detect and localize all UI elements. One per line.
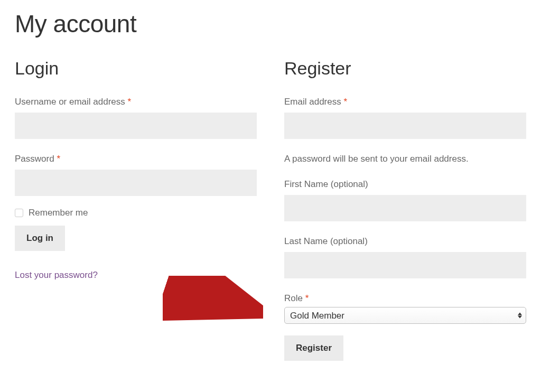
username-row: Username or email address *	[15, 97, 257, 139]
required-asterisk: *	[128, 97, 132, 107]
page-title: My account	[15, 10, 526, 38]
role-select[interactable]: Gold Member	[284, 307, 526, 324]
annotation-arrow-icon	[163, 276, 263, 329]
reg-email-label-text: Email address	[284, 97, 341, 107]
login-column: Login Username or email address * Passwo…	[15, 58, 257, 361]
login-heading: Login	[15, 58, 257, 79]
svg-line-1	[171, 282, 247, 307]
required-asterisk: *	[343, 97, 347, 107]
lost-password-link[interactable]: Lost your password?	[15, 270, 98, 281]
username-label-text: Username or email address	[15, 97, 125, 107]
username-input[interactable]	[15, 113, 257, 139]
role-select-wrap: Gold Member	[284, 307, 526, 324]
first-name-row: First Name (optional)	[284, 179, 526, 221]
last-name-input[interactable]	[284, 252, 526, 278]
role-row: Role * Gold Member	[284, 293, 526, 324]
reg-email-row: Email address *	[284, 97, 526, 139]
username-label: Username or email address *	[15, 97, 257, 107]
login-button[interactable]: Log in	[15, 226, 65, 251]
password-label-text: Password	[15, 154, 54, 164]
reg-email-label: Email address *	[284, 97, 526, 107]
password-notice: A password will be sent to your email ad…	[284, 154, 526, 164]
password-label: Password *	[15, 154, 257, 164]
role-label-text: Role	[284, 293, 303, 303]
required-asterisk: *	[57, 154, 60, 164]
remember-me-checkbox[interactable]	[15, 209, 23, 217]
reg-email-input[interactable]	[284, 113, 526, 139]
role-label: Role *	[284, 293, 526, 304]
required-asterisk: *	[305, 293, 309, 303]
password-row: Password *	[15, 154, 257, 196]
remember-me-row[interactable]: Remember me	[15, 208, 257, 218]
register-heading: Register	[284, 58, 526, 79]
last-name-row: Last Name (optional)	[284, 236, 526, 278]
first-name-label: First Name (optional)	[284, 179, 526, 190]
password-input[interactable]	[15, 170, 257, 196]
last-name-label: Last Name (optional)	[284, 236, 526, 247]
account-columns: Login Username or email address * Passwo…	[15, 58, 526, 361]
first-name-input[interactable]	[284, 195, 526, 221]
remember-me-label[interactable]: Remember me	[29, 208, 88, 218]
register-column: Register Email address * A password will…	[284, 58, 526, 361]
register-button[interactable]: Register	[284, 335, 343, 361]
